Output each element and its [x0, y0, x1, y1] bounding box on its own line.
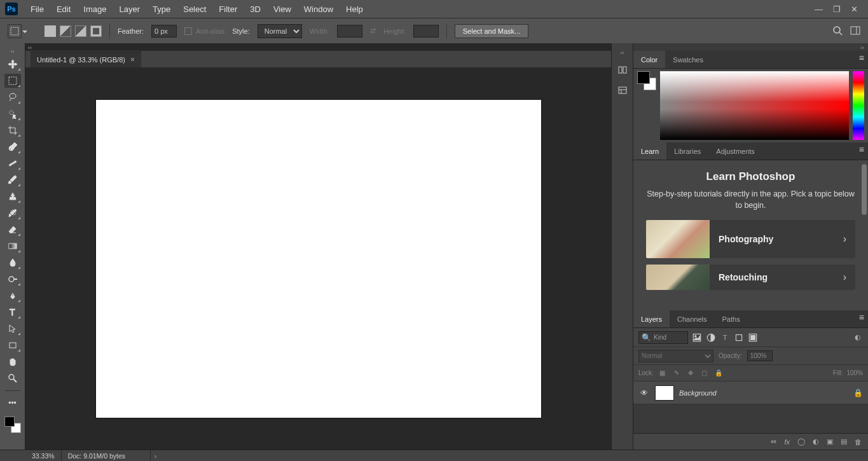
- dodge-tool[interactable]: [4, 272, 21, 286]
- filter-smartobject-icon[interactable]: [748, 333, 758, 343]
- filter-type-icon[interactable]: T: [720, 333, 730, 343]
- layer-filter-input[interactable]: [654, 334, 683, 341]
- layer-visibility-icon[interactable]: 👁: [638, 389, 650, 397]
- lock-position-icon[interactable]: ✥: [685, 368, 696, 378]
- status-chevron-icon[interactable]: ›: [151, 452, 161, 460]
- new-layer-icon[interactable]: ▤: [841, 437, 847, 446]
- workspace-switcher-icon[interactable]: [850, 25, 860, 37]
- panels-collapse-handle[interactable]: ››: [633, 43, 868, 51]
- eyedropper-tool[interactable]: [4, 140, 21, 154]
- brush-tool[interactable]: [4, 173, 21, 187]
- zoom-tool[interactable]: [4, 371, 21, 385]
- path-select-tool[interactable]: [4, 322, 21, 336]
- move-tool[interactable]: [4, 57, 21, 71]
- tab-paths[interactable]: Paths: [715, 310, 748, 327]
- foreground-background-colors[interactable]: [4, 416, 21, 433]
- lasso-tool[interactable]: [4, 90, 21, 104]
- layer-lock-icon[interactable]: 🔒: [853, 389, 863, 397]
- learn-card-retouching[interactable]: Retouching ›: [646, 265, 855, 290]
- toolbar-expand-handle[interactable]: ››: [9, 48, 17, 55]
- menu-file[interactable]: File: [24, 0, 50, 18]
- lock-artboard-icon[interactable]: ▢: [699, 368, 710, 378]
- panel-foreground-swatch[interactable]: [637, 71, 650, 84]
- learn-card-photography[interactable]: Photography ›: [646, 220, 855, 258]
- zoom-level[interactable]: 33.33%: [25, 450, 62, 461]
- blur-tool[interactable]: [4, 256, 21, 270]
- docarea-expand-handle[interactable]: ‹‹: [25, 43, 611, 51]
- properties-panel-icon[interactable]: [616, 84, 629, 97]
- lock-transparency-icon[interactable]: ▦: [658, 368, 668, 378]
- color-spectrum[interactable]: [660, 71, 849, 140]
- feather-input[interactable]: [151, 25, 177, 38]
- filter-adjustment-icon[interactable]: [706, 333, 716, 343]
- healing-brush-tool[interactable]: [4, 156, 21, 170]
- crop-tool[interactable]: [4, 123, 21, 137]
- style-select[interactable]: Normal: [258, 24, 302, 38]
- clone-stamp-tool[interactable]: [4, 189, 21, 203]
- layer-group-icon[interactable]: ▣: [827, 437, 833, 446]
- history-brush-tool[interactable]: [4, 206, 21, 220]
- menu-layer[interactable]: Layer: [113, 0, 147, 18]
- blend-mode-select[interactable]: Normal: [638, 350, 713, 362]
- quick-select-tool[interactable]: [4, 107, 21, 121]
- document-tab[interactable]: Untitled-1 @ 33.3% (RGB/8) ×: [31, 52, 141, 67]
- layer-name[interactable]: Background: [679, 389, 848, 397]
- fill-value[interactable]: 100%: [846, 369, 863, 376]
- layer-item[interactable]: 👁 Background 🔒: [633, 382, 868, 404]
- color-swatch-stack[interactable]: [637, 71, 656, 140]
- opacity-value[interactable]: 100%: [747, 350, 773, 361]
- tab-layers[interactable]: Layers: [633, 310, 670, 327]
- filter-toggle-icon[interactable]: ◐: [853, 333, 863, 343]
- edit-toolbar-icon[interactable]: •••: [4, 396, 21, 410]
- filter-shape-icon[interactable]: [734, 333, 744, 343]
- lock-all-icon[interactable]: 🔒: [713, 368, 724, 378]
- menu-3d[interactable]: 3D: [244, 0, 267, 18]
- shape-tool[interactable]: [4, 338, 21, 352]
- filter-pixel-icon[interactable]: [692, 333, 702, 343]
- dock-expand-handle[interactable]: ‹‹: [621, 50, 624, 56]
- menu-select[interactable]: Select: [177, 0, 212, 18]
- gradient-tool[interactable]: [4, 239, 21, 253]
- selection-add-icon[interactable]: [60, 25, 71, 37]
- type-tool[interactable]: T: [4, 305, 21, 319]
- layer-thumbnail[interactable]: [655, 385, 674, 401]
- layer-filter-select[interactable]: 🔍: [638, 331, 688, 344]
- layer-mask-icon[interactable]: ◯: [797, 437, 805, 446]
- adjustment-layer-icon[interactable]: ◐: [813, 437, 819, 446]
- selection-intersect-icon[interactable]: [90, 25, 102, 37]
- menu-type[interactable]: Type: [146, 0, 177, 18]
- layer-fx-icon[interactable]: fx: [784, 438, 790, 446]
- menu-filter[interactable]: Filter: [212, 0, 244, 18]
- link-layers-icon[interactable]: ⇔: [771, 437, 776, 446]
- close-tab-icon[interactable]: ×: [130, 55, 135, 64]
- delete-layer-icon[interactable]: 🗑: [855, 438, 862, 446]
- learn-panel-menu-icon[interactable]: ≡: [859, 146, 864, 153]
- tab-adjustments[interactable]: Adjustments: [708, 142, 762, 160]
- tab-color[interactable]: Color: [633, 51, 665, 68]
- learn-scrollbar[interactable]: [862, 164, 867, 306]
- window-close[interactable]: ✕: [851, 4, 858, 14]
- menu-edit[interactable]: Edit: [50, 0, 77, 18]
- foreground-color-swatch[interactable]: [4, 416, 15, 427]
- window-minimize[interactable]: —: [815, 4, 823, 14]
- document-info[interactable]: Doc: 9.01M/0 bytes: [62, 450, 151, 461]
- scrollbar-thumb[interactable]: [862, 164, 867, 215]
- pen-tool[interactable]: [4, 289, 21, 303]
- history-panel-icon[interactable]: [616, 64, 629, 76]
- window-maximize[interactable]: ❐: [833, 4, 841, 14]
- select-and-mask-button[interactable]: Select and Mask...: [455, 24, 529, 38]
- tool-preset-picker[interactable]: [8, 24, 22, 38]
- tab-swatches[interactable]: Swatches: [665, 51, 711, 68]
- tab-libraries[interactable]: Libraries: [666, 142, 708, 160]
- hand-tool[interactable]: [4, 355, 21, 369]
- selection-new-icon[interactable]: [45, 25, 56, 37]
- search-icon[interactable]: [832, 25, 843, 37]
- selection-subtract-icon[interactable]: [75, 25, 86, 37]
- hue-slider[interactable]: [853, 71, 864, 140]
- menu-image[interactable]: Image: [77, 0, 113, 18]
- lock-pixels-icon[interactable]: ✎: [672, 368, 682, 378]
- menu-view[interactable]: View: [267, 0, 298, 18]
- layers-panel-menu-icon[interactable]: ≡: [859, 314, 864, 320]
- marquee-tool[interactable]: [4, 74, 21, 88]
- menu-help[interactable]: Help: [340, 0, 369, 18]
